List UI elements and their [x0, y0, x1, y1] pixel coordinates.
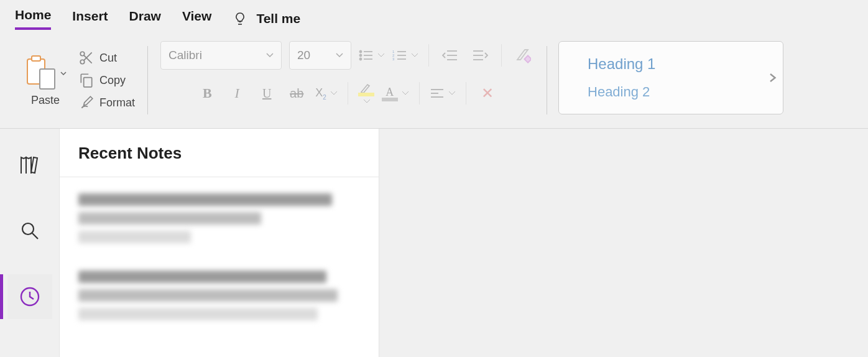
divider: [501, 44, 502, 67]
note-list-panel: Recent Notes: [60, 129, 379, 357]
chevron-down-icon: [266, 53, 274, 58]
scissors-icon: [78, 50, 95, 66]
list-item[interactable]: [78, 271, 360, 320]
outdent-button[interactable]: [439, 44, 461, 67]
chevron-down-icon: [60, 70, 67, 77]
paste-icon: [24, 54, 58, 93]
chevron-down-icon: [402, 91, 409, 96]
bulleted-list-button[interactable]: [359, 49, 385, 62]
svg-point-28: [22, 223, 34, 234]
style-heading-1[interactable]: Heading 1: [588, 55, 655, 73]
svg-point-3: [80, 60, 85, 64]
note-list-header: Recent Notes: [60, 129, 379, 177]
divider: [428, 44, 429, 67]
subscript-button[interactable]: X2: [315, 86, 338, 101]
svg-point-8: [360, 55, 362, 57]
bold-button[interactable]: B: [196, 82, 218, 104]
subscript-icon: X2: [315, 86, 326, 101]
cut-label: Cut: [99, 52, 117, 65]
sidebar-notebooks-button[interactable]: [7, 142, 52, 187]
svg-rect-24: [524, 55, 531, 62]
note-canvas[interactable]: [379, 129, 868, 357]
sidebar-search-button[interactable]: [7, 208, 52, 253]
tell-me-label: Tell me: [256, 11, 300, 26]
divider: [348, 82, 348, 104]
main-area: Recent Notes: [0, 129, 868, 357]
divider: [419, 82, 420, 104]
note-list-title: Recent Notes: [78, 144, 360, 163]
tab-home[interactable]: Home: [15, 7, 51, 30]
sidebar-recent-button[interactable]: [7, 274, 52, 319]
numbered-list-button[interactable]: 1 2 3: [392, 49, 418, 62]
italic-button[interactable]: I: [226, 82, 248, 104]
strikethrough-button[interactable]: ab: [285, 82, 308, 104]
font-color-button[interactable]: A: [382, 86, 409, 101]
align-left-icon: [430, 88, 445, 99]
format-painter-button[interactable]: Format: [78, 95, 135, 111]
copy-label: Copy: [99, 74, 126, 87]
chevron-down-icon: [377, 53, 385, 58]
clear-formatting-button[interactable]: ✕: [476, 82, 499, 104]
format-painter-icon: [78, 95, 95, 111]
divider: [547, 46, 547, 114]
ribbon: Paste Cut Copy: [0, 35, 868, 129]
align-button[interactable]: [430, 88, 456, 99]
clipboard-group: Paste Cut Copy: [15, 41, 144, 119]
styles-gallery[interactable]: Heading 1 Heading 2: [558, 41, 783, 114]
svg-text:3: 3: [392, 57, 395, 61]
search-icon: [19, 220, 40, 241]
divider: [466, 82, 466, 104]
chevron-down-icon: [330, 91, 338, 96]
tell-me-button[interactable]: Tell me: [233, 11, 300, 26]
svg-point-4: [80, 52, 85, 56]
style-heading-2[interactable]: Heading 2: [588, 84, 655, 100]
copy-button[interactable]: Copy: [78, 72, 135, 88]
tags-button[interactable]: [512, 44, 534, 67]
list-item[interactable]: [78, 193, 360, 243]
tab-view[interactable]: View: [182, 9, 211, 29]
font-family-select[interactable]: Calibri: [160, 41, 282, 70]
numbered-list-icon: 1 2 3: [392, 49, 407, 62]
svg-point-6: [360, 51, 362, 53]
outdent-icon: [442, 49, 458, 62]
svg-rect-5: [84, 78, 92, 87]
svg-point-10: [360, 58, 362, 60]
ribbon-tabs: Home Insert Draw View Tell me: [0, 0, 868, 35]
cut-button[interactable]: Cut: [78, 50, 135, 66]
indent-button[interactable]: [469, 44, 491, 67]
underline-button[interactable]: U: [256, 82, 278, 104]
chevron-down-icon: [411, 53, 418, 58]
svg-rect-1: [32, 56, 40, 61]
chevron-down-icon: [363, 99, 371, 104]
font-group: Calibri 20 1 2 3: [152, 41, 543, 119]
clock-icon: [19, 285, 41, 308]
chevron-right-icon[interactable]: [767, 72, 778, 83]
divider: [147, 46, 148, 114]
chevron-down-icon: [448, 91, 456, 96]
copy-icon: [78, 72, 95, 88]
svg-line-29: [32, 233, 38, 239]
note-list-content: [60, 177, 379, 336]
tag-icon: [515, 47, 531, 63]
highlight-color-button[interactable]: [358, 83, 374, 104]
format-label: Format: [99, 96, 135, 109]
tab-insert[interactable]: Insert: [72, 9, 108, 29]
paste-button[interactable]: Paste: [24, 54, 67, 107]
bulleted-list-icon: [359, 49, 374, 62]
paste-label: Paste: [31, 94, 60, 107]
font-size-select[interactable]: 20: [289, 41, 351, 70]
tab-draw[interactable]: Draw: [129, 9, 161, 29]
notebooks-icon: [17, 154, 42, 176]
svg-rect-2: [40, 69, 55, 89]
font-size-value: 20: [297, 49, 310, 62]
font-family-value: Calibri: [169, 49, 202, 62]
sidebar: [0, 129, 60, 357]
lightbulb-icon: [233, 11, 247, 26]
font-color-icon: A: [386, 86, 394, 99]
indent-icon: [472, 49, 488, 62]
chevron-down-icon: [336, 53, 343, 58]
